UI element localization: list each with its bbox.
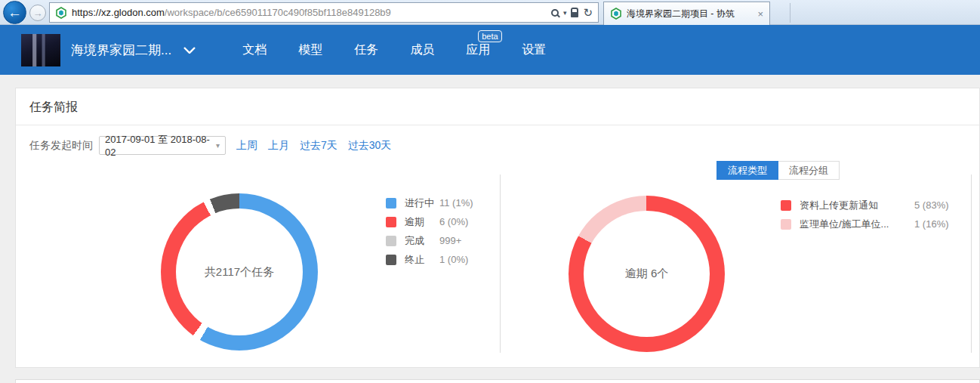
legend-swatch (386, 236, 396, 246)
donut-hole: 逾期 6个 (584, 211, 710, 337)
nav-item-apps-label: 应用 (466, 43, 490, 56)
task-report-card: 任务简报 任务发起时间 2017-09-01 至 2018-08-02 ▾ 上周… (15, 88, 980, 368)
overdue-panel-tabs: 流程类型 流程分组 (717, 161, 840, 180)
chevron-down-icon[interactable] (183, 47, 196, 54)
donut-center-label: 共2117个任务 (205, 265, 274, 280)
legend-value: 6 (0%) (439, 216, 468, 227)
filter-row: 任务发起时间 2017-09-01 至 2018-08-02 ▾ 上周 上月 过… (29, 136, 391, 155)
tab-process-type[interactable]: 流程类型 (717, 161, 778, 180)
url-domain: https://xz.glodon.com (72, 7, 165, 18)
link-last-month[interactable]: 上月 (268, 139, 289, 153)
legend-label: 完成 (405, 234, 439, 248)
overdue-donut-chart[interactable]: 逾期 6个 (569, 196, 725, 352)
legend-item[interactable]: 完成 999+ (386, 231, 473, 250)
nav-item-docs[interactable]: 文档 (242, 42, 267, 58)
nav-item-members[interactable]: 成员 (410, 42, 434, 58)
forward-button[interactable]: → (29, 5, 46, 21)
page-title: 任务简报 (16, 88, 979, 125)
legend-item[interactable]: 终止 1 (0%) (386, 250, 473, 269)
refresh-icon[interactable]: ↻ (583, 7, 593, 18)
tab-process-group[interactable]: 流程分组 (778, 161, 840, 180)
project-thumbnail[interactable] (21, 34, 60, 66)
task-status-donut-chart[interactable]: 共2117个任务 (161, 193, 318, 351)
link-past-30-days[interactable]: 过去30天 (348, 139, 392, 153)
legend-value: 1 (16%) (914, 218, 949, 230)
main-nav: 文档 模型 任务 成员 应用 beta 设置 (242, 42, 546, 58)
beta-badge: beta (478, 30, 501, 42)
back-button[interactable]: ← (3, 1, 26, 24)
tab-close-icon[interactable]: × (757, 8, 763, 20)
legend-item[interactable]: 监理单位/施工单位... 1 (16%) (781, 215, 949, 233)
search-icon[interactable] (551, 9, 559, 17)
tab-title: 海境界家园二期项目 - 协筑 (627, 8, 753, 20)
legend-label: 监理单位/施工单位... (800, 218, 914, 231)
donut-hole: 共2117个任务 (176, 208, 303, 335)
panel-divider (971, 175, 972, 353)
legend-item[interactable]: 资料上传更新通知 5 (83%) (781, 196, 949, 215)
filter-label: 任务发起时间 (29, 139, 93, 153)
legend-value: 1 (0%) (439, 254, 468, 265)
site-favicon-icon (55, 7, 67, 19)
legend-swatch (386, 255, 396, 265)
browser-chrome: ← → https://xz.glodon.com/workspace/b/ce… (0, 0, 980, 25)
legend-swatch (386, 217, 396, 227)
date-range-select[interactable]: 2017-09-01 至 2018-08-02 ▾ (99, 136, 226, 155)
legend-label: 终止 (405, 253, 439, 267)
panel-divider (500, 175, 501, 353)
legend-value: 999+ (439, 235, 461, 246)
app-navbar: 海境界家园二期... 文档 模型 任务 成员 应用 beta 设置 (0, 25, 980, 75)
nav-item-models[interactable]: 模型 (298, 42, 322, 58)
legend-value: 11 (1%) (439, 197, 473, 208)
legend-value: 5 (83%) (914, 199, 949, 211)
security-lock-icon[interactable] (571, 12, 578, 17)
select-caret-icon: ▾ (216, 141, 220, 150)
legend-item[interactable]: 逾期 6 (0%) (386, 212, 473, 231)
address-bar[interactable]: https://xz.glodon.com/workspace/b/ce6590… (49, 2, 599, 23)
legend-label: 逾期 (405, 215, 439, 229)
nav-item-apps[interactable]: 应用 beta (466, 42, 490, 58)
legend-swatch (386, 198, 396, 208)
project-name[interactable]: 海境界家园二期... (71, 42, 171, 59)
legend-label: 进行中 (405, 196, 439, 210)
legend-swatch (781, 219, 791, 230)
legend-label: 资料上传更新通知 (800, 199, 914, 212)
legend-swatch (781, 200, 791, 211)
url-path: /workspace/b/ce659011170c490f85bf118e849… (165, 7, 391, 18)
browser-tab[interactable]: 海境界家园二期项目 - 协筑 × (603, 2, 770, 25)
url-text[interactable]: https://xz.glodon.com/workspace/b/ce6590… (72, 7, 547, 18)
next-card-edge (15, 379, 980, 383)
legend-item[interactable]: 进行中 11 (1%) (386, 193, 473, 212)
quick-range-links: 上周 上月 过去7天 过去30天 (236, 139, 391, 153)
search-dropdown-caret-icon[interactable]: ▾ (563, 9, 567, 17)
link-last-week[interactable]: 上周 (236, 139, 257, 153)
donut-center-label: 逾期 6个 (625, 267, 669, 281)
tab-strip-divider (790, 3, 790, 23)
nav-item-tasks[interactable]: 任务 (354, 42, 378, 58)
overdue-legend: 资料上传更新通知 5 (83%) 监理单位/施工单位... 1 (16%) (781, 196, 949, 233)
nav-item-settings[interactable]: 设置 (522, 42, 546, 58)
link-past-7-days[interactable]: 过去7天 (300, 139, 337, 153)
tab-favicon-icon (610, 8, 622, 20)
task-status-legend: 进行中 11 (1%) 逾期 6 (0%) 完成 999+ 终止 1 (0%) (386, 193, 473, 269)
date-range-value: 2017-09-01 至 2018-08-02 (105, 133, 216, 158)
